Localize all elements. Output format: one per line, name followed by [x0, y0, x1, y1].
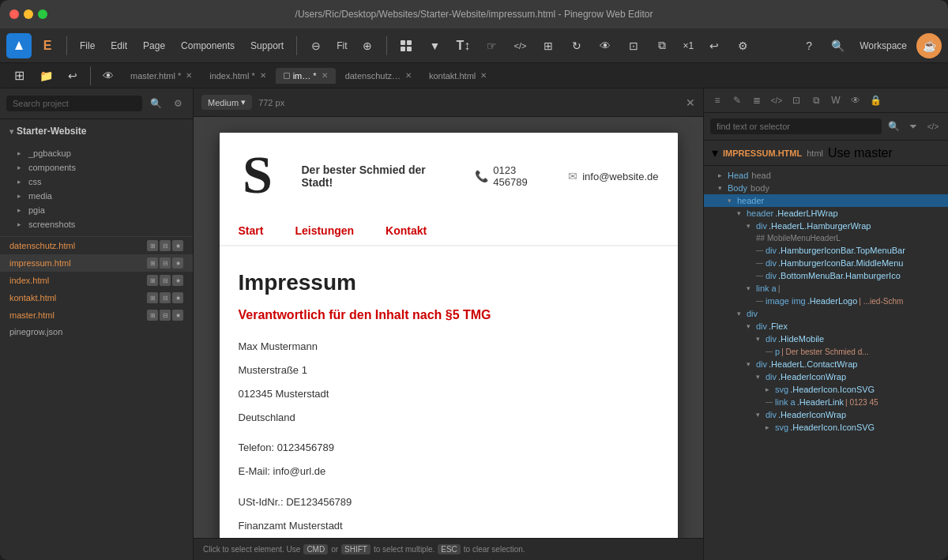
dom-node-mobile-comment[interactable]: ## MobileMenuHeaderL [704, 232, 948, 244]
search-right-icon[interactable]: 🔍 [885, 118, 902, 135]
tab-close-kontakt[interactable]: ✕ [480, 71, 487, 80]
file-action-1[interactable]: ⊞ [147, 240, 158, 251]
file-action-star[interactable]: ★ [172, 275, 183, 286]
size-selector-button[interactable]: Medium ▾ [201, 95, 252, 110]
screen-icon[interactable]: ⊡ [621, 33, 646, 58]
dom-node-img-logo[interactable]: — image img.HeaderLogo | ...ied-Schm [704, 295, 948, 307]
code-view-icon[interactable]: </> [924, 118, 942, 135]
dom-node-p[interactable]: — p | Der bester Schmied d... [704, 345, 948, 358]
copy-icon[interactable]: ⧉ [649, 33, 675, 58]
file-impressum[interactable]: impressum.html ⊞ ⊟ ★ [0, 254, 193, 272]
refresh-icon[interactable]: ↻ [564, 33, 589, 58]
file-action-2[interactable]: ⊟ [160, 310, 171, 321]
text-icon[interactable]: T↕ [450, 33, 476, 58]
file-master[interactable]: master.html ⊞ ⊟ ★ [0, 306, 193, 324]
tree-item-screenshots[interactable]: ▸ screenshots [0, 217, 193, 231]
file-action-2[interactable]: ⊟ [160, 240, 171, 251]
settings-right-icon[interactable]: ≡ [709, 92, 726, 109]
coffee-icon[interactable]: ☕ [916, 33, 942, 58]
copy-right-icon[interactable]: ⧉ [807, 92, 825, 109]
dom-node-div-hamburgerwrap[interactable]: ▾ div.HeaderL.HamburgerWrap [704, 220, 948, 232]
dom-node-svg-2[interactable]: ▸ svg.HeaderIcon.IconSVG [704, 421, 948, 434]
zoom-in-icon[interactable]: ⊕ [355, 33, 380, 58]
undo-icon[interactable]: ↩ [702, 33, 727, 58]
open-file-icon[interactable]: 📁 [33, 63, 58, 88]
touch-icon[interactable]: ☞ [479, 33, 504, 58]
lock-icon[interactable]: 🔒 [867, 92, 884, 109]
file-action-2[interactable]: ⊟ [160, 257, 171, 269]
dom-node-svg-1[interactable]: ▸ svg.HeaderIcon.IconSVG [704, 383, 948, 396]
dom-node-topbar[interactable]: — div.HamburgerIconBar.TopMenuBar [704, 244, 948, 257]
tree-item-components[interactable]: ▸ components [0, 160, 193, 175]
dom-node-div-flex[interactable]: ▾ div.Flex [704, 320, 948, 333]
view-grid-icon[interactable] [393, 33, 419, 58]
file-action-1[interactable]: ⊞ [147, 310, 158, 321]
eye-icon[interactable]: 👁 [592, 33, 618, 58]
filter-right-icon[interactable]: ⏷ [905, 118, 922, 135]
file-pinegrow-json[interactable]: pinegrow.json [0, 324, 193, 340]
edit-menu[interactable]: Edit [104, 37, 134, 54]
dom-node-middlemenu[interactable]: — div.HamburgerIconBar.MiddleMenu [704, 257, 948, 269]
dom-node-body[interactable]: ▾ Body body [704, 182, 948, 194]
file-menu[interactable]: File [73, 37, 101, 54]
file-action-1[interactable]: ⊞ [147, 275, 158, 286]
file-action-star[interactable]: ★ [172, 292, 183, 303]
file-action-star[interactable]: ★ [172, 257, 183, 269]
dom-node-header-lhwrap[interactable]: ▾ header.HeaderLHWrap [704, 207, 948, 220]
file-action-2[interactable]: ⊟ [160, 275, 171, 286]
eye-right-icon[interactable]: 👁 [847, 92, 864, 109]
pinegrow-logo-icon[interactable] [6, 33, 32, 58]
dom-node-bottommenu[interactable]: — div.BottomMenuBar.HamburgerIco [704, 269, 948, 282]
undo-tab-icon[interactable]: ↩ [60, 63, 85, 88]
file-action-star[interactable]: ★ [172, 240, 183, 251]
grid-icon[interactable]: ⊞ [536, 33, 561, 58]
dom-node-link-headerlink[interactable]: — link a.HeaderLink | 0123 45 [704, 396, 948, 408]
dom-node-link-a[interactable]: ▾ link a | [704, 282, 948, 295]
settings-icon[interactable]: ⚙ [730, 33, 755, 58]
align-icon[interactable]: ≣ [748, 92, 766, 109]
file-action-2[interactable]: ⊟ [160, 292, 171, 303]
nav-kontakt[interactable]: Kontakt [386, 224, 427, 237]
page-menu[interactable]: Page [137, 37, 171, 54]
project-header[interactable]: ▾ Starter-Website [0, 119, 193, 143]
tab-index[interactable]: index.html * ✕ [201, 68, 273, 84]
dom-node-head[interactable]: ▸ Head head [704, 169, 948, 182]
search-icon[interactable]: 🔍 [147, 95, 164, 112]
tree-item-media[interactable]: ▸ media [0, 189, 193, 203]
dom-node-iconwrap-1[interactable]: ▾ div.HeaderIconWrap [704, 370, 948, 383]
responsive-icon[interactable]: ▼ [422, 33, 447, 58]
pencil-icon[interactable]: ✎ [728, 92, 746, 109]
dom-node-div[interactable]: ▾ div [704, 307, 948, 320]
file-action-1[interactable]: ⊞ [147, 292, 158, 303]
file-index[interactable]: index.html ⊞ ⊟ ★ [0, 272, 193, 289]
file-datenschutz[interactable]: datenschutz.html ⊞ ⊟ ★ [0, 237, 193, 254]
preview-frame[interactable]: S Der bester Schmied der Stadt! 📞 0123 4… [220, 133, 678, 538]
tree-item-pgbackup[interactable]: ▸ _pgbackup [0, 146, 193, 160]
tree-item-css[interactable]: ▸ css [0, 175, 193, 189]
code-right-icon[interactable]: </> [768, 92, 785, 109]
file-action-star[interactable]: ★ [172, 310, 183, 321]
use-master-link[interactable]: Use master [828, 146, 893, 160]
file-action-1[interactable]: ⊞ [147, 257, 158, 269]
close-button[interactable] [9, 9, 19, 19]
support-menu[interactable]: Support [244, 37, 290, 54]
dom-node-hidemobile[interactable]: ▾ div.HideMobile [704, 333, 948, 345]
e-icon[interactable]: E [35, 33, 60, 58]
tree-item-pgia[interactable]: ▸ pgia [0, 203, 193, 217]
preview-close-button[interactable]: ✕ [686, 96, 695, 109]
tab-close-index[interactable]: ✕ [260, 71, 266, 80]
wordpress-icon[interactable]: W [827, 92, 845, 109]
components-menu[interactable]: Components [175, 37, 241, 54]
filter-icon[interactable]: ⚙ [169, 95, 186, 112]
project-search-input[interactable] [6, 96, 142, 111]
preview-container[interactable]: S Der bester Schmied der Stadt! 📞 0123 4… [194, 117, 703, 538]
tab-impressum[interactable]: im… * ✕ [276, 68, 336, 84]
maximize-button[interactable] [38, 9, 47, 19]
tab-kontakt[interactable]: kontakt.html ✕ [421, 68, 495, 84]
dom-node-contactwrap[interactable]: ▾ div.HeaderL.ContactWrap [704, 358, 948, 370]
tab-close-impressum[interactable]: ✕ [322, 71, 328, 80]
tab-close-datenschutz[interactable]: ✕ [405, 71, 412, 80]
zoom-out-icon[interactable]: ⊖ [303, 33, 329, 58]
dom-node-iconwrap-2[interactable]: ▾ div.HeaderIconWrap [704, 408, 948, 421]
minimize-button[interactable] [24, 9, 33, 19]
